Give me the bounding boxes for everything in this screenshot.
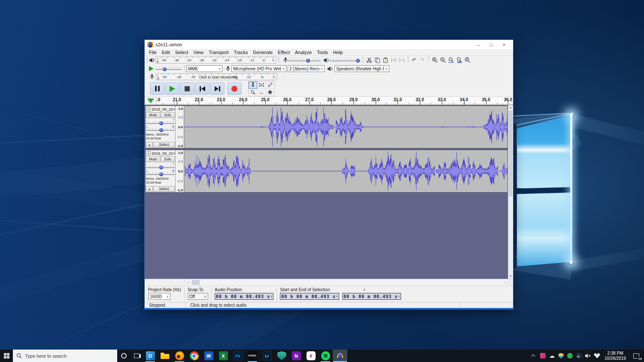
track-name-menu[interactable]: 2019_09_22▾ xyxy=(152,151,175,156)
taskbar-app-excel[interactable]: X xyxy=(216,350,231,362)
solo-button[interactable]: Solo xyxy=(161,112,175,118)
skip-to-end-button[interactable] xyxy=(210,82,225,95)
taskbar-app-lightroom[interactable]: Lr xyxy=(260,350,274,362)
menu-effect[interactable]: Effect xyxy=(275,50,292,55)
audio-host-select[interactable]: MME∨ xyxy=(186,65,222,72)
cut-button[interactable] xyxy=(365,56,373,64)
tray-app-pink-icon[interactable] xyxy=(539,350,547,362)
tray-onedrive-icon[interactable]: ☁ xyxy=(548,350,556,362)
timeline-ruler[interactable]: .021.022.023.024.025.026.027.028.029.030… xyxy=(157,97,513,105)
scroll-right-icon[interactable]: › xyxy=(502,279,508,286)
select-track-button[interactable]: Select xyxy=(153,142,175,148)
vertical-scroll-thumb[interactable] xyxy=(509,111,513,196)
toolbar-gripper[interactable] xyxy=(278,57,279,63)
minimize-button[interactable]: – xyxy=(472,42,485,47)
taskbar-clock[interactable]: 2:38 PM 10/26/2019 xyxy=(602,351,629,361)
taskbar-app-photoshop[interactable]: Ps xyxy=(231,350,245,362)
taskbar-app-slack[interactable]: # xyxy=(304,350,318,362)
close-button[interactable]: × xyxy=(498,42,510,47)
zoom-tool-button[interactable] xyxy=(249,89,257,96)
pan-slider[interactable]: LR xyxy=(146,170,175,176)
taskbar-app-spotify[interactable] xyxy=(318,350,333,362)
menu-transport[interactable]: Transport xyxy=(206,50,231,55)
tray-security-shield-icon[interactable] xyxy=(557,350,565,362)
taskbar-app-security[interactable] xyxy=(274,350,289,362)
taskbar-app-audacity[interactable] xyxy=(333,350,347,362)
titlebar[interactable]: s2e11-simon – □ × xyxy=(145,40,513,49)
tray-steam-icon[interactable] xyxy=(575,350,583,362)
undo-button[interactable]: ↶ xyxy=(410,56,418,64)
recording-meter[interactable]: LR -54-48-42 -18-12-60 Click to Start Mo… xyxy=(156,73,277,80)
mute-button[interactable]: Mute xyxy=(146,157,160,162)
collapse-track-button[interactable]: ▲ xyxy=(146,142,153,148)
record-volume-slider[interactable] xyxy=(288,57,321,63)
pan-thumb[interactable] xyxy=(159,172,163,176)
play-speed-thumb[interactable] xyxy=(163,67,167,71)
menu-edit[interactable]: Edit xyxy=(159,50,173,55)
taskbar-app-outlook[interactable]: O xyxy=(143,350,158,362)
zoom-selection-button[interactable] xyxy=(447,56,455,64)
waveform-display[interactable] xyxy=(184,150,507,192)
menu-tracks[interactable]: Tracks xyxy=(231,50,251,55)
tray-green-app-icon[interactable] xyxy=(566,350,574,362)
toolbar-gripper[interactable] xyxy=(184,66,185,72)
zoom-in-button[interactable] xyxy=(431,56,439,64)
gain-slider[interactable]: -+ xyxy=(146,163,175,169)
scroll-left-icon[interactable]: ‹ xyxy=(185,279,191,286)
zoom-project-button[interactable] xyxy=(455,56,463,64)
mute-button[interactable]: Mute xyxy=(146,112,160,118)
menu-analyze[interactable]: Analyze xyxy=(292,50,314,55)
track-name-menu[interactable]: 2019_09_22▾ xyxy=(152,107,175,112)
track-close-button[interactable]: × xyxy=(146,151,151,156)
record-button[interactable] xyxy=(227,82,242,95)
gain-thumb[interactable] xyxy=(159,166,163,169)
selection-tool-button[interactable]: I xyxy=(249,81,257,89)
tray-chevron-icon[interactable] xyxy=(530,350,538,362)
project-rate-select[interactable]: 16000∨ xyxy=(148,293,170,300)
selection-mode-select[interactable]: Start and End of Selection ∨ xyxy=(280,287,365,292)
envelope-tool-button[interactable] xyxy=(257,81,266,89)
menu-view[interactable]: View xyxy=(191,50,206,55)
zoom-out-button[interactable] xyxy=(439,56,447,64)
stop-button[interactable] xyxy=(180,82,194,95)
snap-to-select[interactable]: Off∨ xyxy=(188,293,208,300)
tray-dropbox-icon[interactable] xyxy=(593,350,601,362)
horizontal-scroll-thumb[interactable] xyxy=(192,280,200,285)
record-device-select[interactable]: Microphone (HD Pro Webcam C∨ xyxy=(231,65,286,72)
menu-help[interactable]: Help xyxy=(331,50,346,55)
pan-thumb[interactable] xyxy=(159,128,163,132)
pan-slider[interactable]: LR xyxy=(146,126,175,132)
gain-thumb[interactable] xyxy=(159,121,163,125)
vertical-ruler[interactable]: 1.0 0.5 0.0 -0.5 -1.0 xyxy=(176,106,184,148)
selection-end-field[interactable]: 00 h 00 m 00.493 s▾ xyxy=(342,293,401,300)
skip-to-start-button[interactable] xyxy=(195,82,210,95)
tray-volume-muted-icon[interactable] xyxy=(584,350,592,362)
playback-device-select[interactable]: Speakers (Realtek High Definiti∨ xyxy=(334,65,389,72)
playback-volume-thumb[interactable] xyxy=(356,59,360,63)
horizontal-scrollbar[interactable]: ‹ › xyxy=(185,279,508,286)
time-shift-tool-button[interactable]: ↔ xyxy=(257,89,266,96)
pause-button[interactable] xyxy=(150,82,164,95)
collapse-track-button[interactable]: ▲ xyxy=(146,186,153,192)
menu-tools[interactable]: Tools xyxy=(314,50,331,55)
maximize-button[interactable]: □ xyxy=(485,42,498,47)
play-speed-slider[interactable] xyxy=(155,66,182,72)
toolbar-gripper[interactable] xyxy=(362,57,364,63)
start-button[interactable] xyxy=(0,350,13,362)
toolbar-gripper[interactable] xyxy=(146,57,148,63)
selection-start-field[interactable]: 00 h 00 m 00.493 s▾ xyxy=(280,293,339,300)
play-button[interactable] xyxy=(165,82,179,95)
copy-button[interactable] xyxy=(373,56,381,64)
multi-tool-button[interactable] xyxy=(266,89,274,96)
taskbar-app-onenote[interactable]: N xyxy=(289,350,304,362)
menu-file[interactable]: File xyxy=(146,50,159,55)
vertical-ruler[interactable]: 1.0 0.5 0.0 -0.5 -1.0 xyxy=(176,150,184,192)
paste-button[interactable] xyxy=(381,56,389,64)
menu-generate[interactable]: Generate xyxy=(250,50,275,55)
record-volume-thumb[interactable] xyxy=(306,59,310,63)
playback-meter[interactable]: LR -54-48-42-36-30-24-18-12-60 xyxy=(155,57,276,63)
taskbar-app-word[interactable]: W xyxy=(201,350,216,362)
playback-volume-slider[interactable] xyxy=(330,57,361,63)
draw-tool-button[interactable] xyxy=(266,81,274,89)
play-at-speed-icon[interactable] xyxy=(149,66,154,71)
